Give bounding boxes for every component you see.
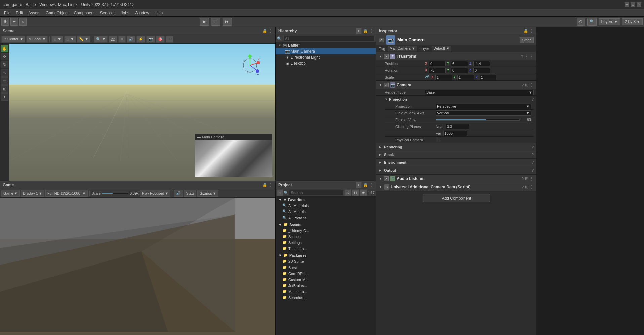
resolution-dropdown[interactable]: Full HD (1920x1080) ▼ (45, 190, 88, 197)
toolbar-undo-btn[interactable]: ↩ (10, 18, 18, 26)
scale-x-input[interactable] (435, 75, 452, 80)
proj-view-btn[interactable]: ⊟ (352, 189, 359, 196)
obj-enabled-checkbox[interactable]: ✓ (379, 38, 384, 42)
projection-header[interactable]: ▼ Projection ? (385, 96, 534, 103)
fav-models[interactable]: 🔍 All Models (276, 209, 376, 215)
audio-listener-header[interactable]: ▼ ✓ 🎵 Audio Listener ? ⊞ ⋮ (376, 175, 536, 183)
scene-viewport[interactable]: ✋ ✛ ↻ ⤡ ▭ ⊞ ✦ (0, 44, 275, 181)
toggle2d-btn[interactable]: 2D (109, 36, 117, 43)
scene-cam-btn[interactable]: 📷 (146, 36, 155, 43)
rot-x-input[interactable] (429, 68, 446, 73)
camera-comp-enabled[interactable]: ✓ (384, 83, 389, 87)
menu-gameobject[interactable]: GameObject (43, 10, 71, 16)
hierarchy-add-btn[interactable]: + (356, 28, 362, 34)
hierarchy-lock[interactable]: 🔒 (363, 29, 368, 33)
rendering-header[interactable]: ▶ Rendering ? (376, 143, 536, 151)
rot-y-input[interactable] (451, 68, 468, 73)
audio-enabled[interactable]: ✓ (384, 176, 389, 181)
history-btn[interactable]: ⏱ (577, 18, 585, 26)
tool-scale[interactable]: ⤡ (1, 69, 8, 77)
fav-materials[interactable]: 🔍 All Materials (276, 203, 376, 209)
rendering-help[interactable]: ? (532, 145, 534, 149)
proj-corerp[interactable]: 📁 Core RP L... (276, 271, 376, 277)
output-help[interactable]: ? (532, 168, 534, 172)
game-dropdown[interactable]: Game ▼ (1, 190, 20, 197)
transform-help[interactable]: ? (521, 54, 523, 58)
project-search-input[interactable] (289, 190, 343, 195)
menu-component[interactable]: Component (71, 10, 97, 16)
ruler-btn[interactable]: 📏 ▼ (77, 36, 90, 43)
project-add-btn[interactable]: + (356, 182, 362, 188)
mute-btn[interactable]: 🔊 (174, 190, 183, 197)
pos-x-input[interactable] (429, 61, 446, 66)
grid-btn[interactable]: ⊞ ▼ (51, 36, 63, 43)
camera-comp-menu2[interactable]: ⋮ (530, 83, 534, 87)
local-button[interactable]: ↻ Local ▼ (26, 36, 48, 43)
toolbar-collab-btn[interactable]: ⊕ (1, 18, 9, 26)
gizmos-game-btn[interactable]: Gizmos ▼ (197, 190, 218, 197)
uacd-header[interactable]: ▼ S Universal Additional Camera Data (Sc… (376, 183, 536, 191)
tool-transform[interactable]: ⊞ (1, 85, 8, 93)
lighting-btn[interactable]: ☀ (118, 36, 126, 43)
inspector-lock[interactable]: 🔒 (523, 29, 528, 33)
clip-far-input[interactable] (443, 131, 467, 136)
tool-move[interactable]: ✛ (1, 53, 8, 60)
camera-comp-header[interactable]: ▼ ✓ 📷 Camera ? ⊞ ⋮ (376, 81, 536, 89)
game-menu-icon[interactable]: ⋮ (269, 183, 273, 187)
menu-file[interactable]: File (1, 10, 13, 16)
audio-btn[interactable]: 🔊 (127, 36, 135, 43)
fx-btn[interactable]: ⚡ (136, 36, 145, 43)
audio-menu1[interactable]: ⊞ (525, 176, 528, 181)
uacd-menu1[interactable]: ⊞ (525, 185, 528, 189)
scene-menu-icon[interactable]: ⋮ (269, 29, 273, 33)
hier-directional-light[interactable]: ☀ Directional Light (276, 54, 376, 60)
toolbar-cloud-btn[interactable]: ○ (19, 18, 27, 26)
project-menu[interactable]: ⋮ (369, 183, 373, 187)
fav-prefabs[interactable]: 🔍 All Prefabs (276, 215, 376, 221)
minimize-btn[interactable]: ─ (625, 2, 629, 7)
layer-dropdown[interactable]: Default ▼ (432, 46, 451, 51)
hierarchy-search-input[interactable] (283, 36, 375, 41)
search-btn[interactable]: 🔍 (587, 18, 597, 26)
environment-header[interactable]: ▶ Environment ? (376, 159, 536, 166)
tag-dropdown[interactable]: MainCamera ▼ (388, 46, 417, 51)
menu-help[interactable]: Help (152, 10, 166, 16)
center-button[interactable]: ⊙ Center ▼ (1, 36, 25, 43)
search2-btn[interactable]: 🔍 ▼ (94, 36, 108, 43)
layout-dropdown[interactable]: 2 by 3 ▼ (622, 18, 643, 25)
tool-rect[interactable]: ▭ (1, 77, 8, 85)
pos-y-input[interactable] (451, 61, 468, 66)
audio-help[interactable]: ? (522, 177, 524, 181)
projection-help[interactable]: ? (532, 97, 534, 101)
hier-battle[interactable]: ▼ 🎮 Battle* (276, 42, 376, 48)
stats-btn[interactable]: Stats (184, 190, 196, 197)
proj-add-btn[interactable]: + (277, 189, 283, 196)
proj-filter-btn[interactable]: ⊕ (344, 189, 351, 196)
play-button[interactable]: ▶ (200, 18, 209, 26)
transform-enabled[interactable]: ✓ (384, 54, 389, 59)
hier-desktop[interactable]: ▣ Desktop (276, 60, 376, 66)
play-focused-btn[interactable]: Play Focused ▼ (140, 190, 171, 197)
environment-help[interactable]: ? (532, 160, 534, 164)
uacd-menu2[interactable]: ⋮ (530, 185, 534, 189)
hier-main-camera[interactable]: 📷 Main Camera (276, 48, 376, 54)
layers-dropdown[interactable]: Layers ▼ (599, 18, 620, 25)
game-lock-icon[interactable]: 🔒 (262, 183, 267, 187)
uacd-help[interactable]: ? (522, 185, 524, 189)
static-button[interactable]: Static (520, 37, 534, 43)
hierarchy-menu[interactable]: ⋮ (369, 29, 373, 33)
pos-z-input[interactable] (473, 61, 490, 66)
stack-header[interactable]: ▶ Stack ? (376, 151, 536, 158)
menu-services[interactable]: Services (97, 10, 118, 16)
render-type-dropdown[interactable]: Base ▼ (425, 90, 534, 95)
proj-mathema[interactable]: 📁 Mathema... (276, 289, 376, 295)
proj-udemy[interactable]: 📁 _Udemy C... (276, 228, 376, 234)
stack-help[interactable]: ? (532, 153, 534, 157)
camera-comp-menu1[interactable]: ⊞ (525, 83, 528, 87)
projection-dropdown[interactable]: Perspective ▼ (436, 104, 531, 109)
add-component-button[interactable]: Add Component (423, 194, 490, 202)
menu-edit[interactable]: Edit (13, 10, 26, 16)
tool-custom[interactable]: ✦ (1, 93, 8, 101)
display-dropdown[interactable]: Display 1 ▼ (21, 190, 44, 197)
proj-jetbrains[interactable]: 📁 JetBrains... (276, 283, 376, 289)
